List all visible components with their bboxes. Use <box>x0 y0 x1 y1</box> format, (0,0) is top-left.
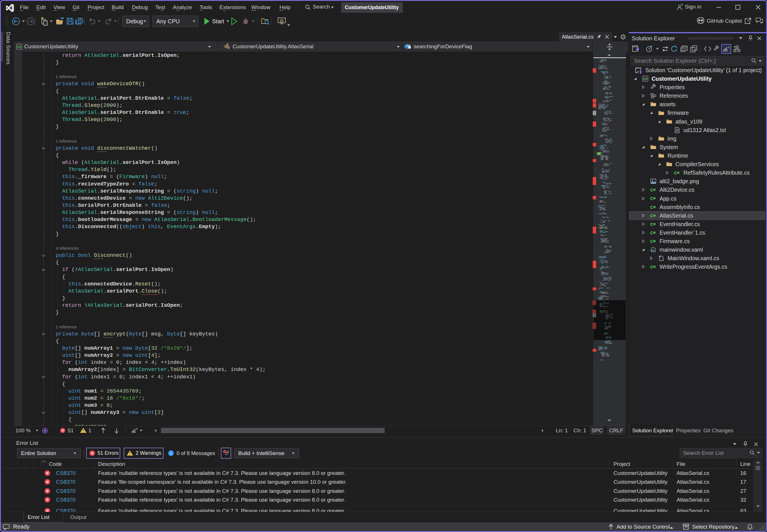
svg-text:C: C <box>650 213 653 218</box>
svg-text:C: C <box>650 239 653 244</box>
svg-text:C: C <box>674 170 677 175</box>
svg-text:C: C <box>650 187 653 192</box>
svg-text:C#: C# <box>17 45 21 49</box>
svg-text:C: C <box>650 230 653 235</box>
svg-text:C: C <box>650 264 653 269</box>
svg-text:C: C <box>650 196 653 201</box>
svg-text:C#: C# <box>643 77 647 81</box>
svg-text:C: C <box>650 222 653 227</box>
svg-text:C: C <box>650 205 653 210</box>
